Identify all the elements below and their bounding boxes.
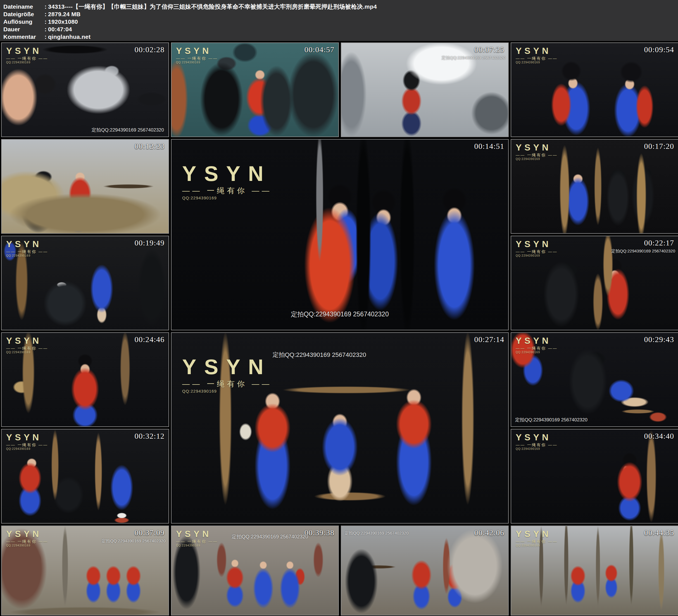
ysyn-logo-text: YSYN xyxy=(516,240,558,248)
ysyn-logo-watermark: YSYN —— 一绳有你 —— QQ:2294390169 xyxy=(6,46,48,64)
video-thumbnail[interactable]: YSYN —— 一绳有你 —— QQ:2294390169 00:39:38 定… xyxy=(171,526,339,615)
ysyn-logo-text: YSYN xyxy=(516,46,558,55)
ysyn-logo-text: YSYN xyxy=(176,46,218,55)
ysyn-logo-subtext: —— 一绳有你 —— xyxy=(6,56,48,60)
ysyn-logo-qq: QQ:2294390169 xyxy=(516,255,558,257)
ysyn-logo-text: YSYN xyxy=(6,433,48,442)
video-thumbnail[interactable]: YSYN —— 一绳有你 —— QQ:2294390169 00:32:12 xyxy=(1,429,169,524)
video-thumbnail[interactable]: 00:12:23 xyxy=(1,139,169,234)
video-thumbnail[interactable]: YSYN —— 一绳有你 —— QQ:2294390169 00:19:49 xyxy=(1,236,169,330)
metadata-value-filename: 34313----【一绳有你】【巾帼三姐妹】为了信仰三姐妹不惧危险投身革命不幸被… xyxy=(48,3,377,10)
metadata-label: Dateiname xyxy=(3,3,43,10)
ysyn-logo-text: YSYN xyxy=(6,46,48,55)
ysyn-logo-qq: QQ:2294390169 xyxy=(516,351,558,354)
ysyn-logo-subtext: —— 一绳有你 —— xyxy=(182,187,272,195)
ysyn-logo-subtext: —— 一绳有你 —— xyxy=(182,380,272,388)
ysyn-logo-watermark: YSYN —— 一绳有你 —— QQ:2294390169 xyxy=(176,530,218,547)
ysyn-logo-subtext: —— 一绳有你 —— xyxy=(176,56,218,60)
qq-watermark: 定拍QQ:2294390169 2567402320 xyxy=(441,55,505,61)
timestamp-overlay: 00:12:23 xyxy=(135,142,164,151)
metadata-separator: : xyxy=(43,26,48,33)
metadata-separator: : xyxy=(43,18,48,26)
metadata-label: Auflösung xyxy=(3,18,43,26)
thumbnail-grid: YSYN —— 一绳有你 —— QQ:2294390169 00:02:28 定… xyxy=(1,42,678,615)
video-thumbnail[interactable]: 00:07:25 定拍QQ:2294390169 2567402320 xyxy=(341,42,509,137)
ysyn-logo-watermark: YSYN —— 一绳有你 —— QQ:2294390169 xyxy=(516,240,558,257)
ysyn-logo-watermark: YSYN —— 一绳有你 —— QQ:2294390169 xyxy=(182,356,272,393)
timestamp-overlay: 00:09:54 xyxy=(644,45,674,54)
qq-watermark: 定拍QQ:2294390169 2567402320 xyxy=(91,127,164,133)
ysyn-logo-text: YSYN xyxy=(176,530,218,538)
ysyn-logo-watermark: YSYN —— 一绳有你 —— QQ:2294390169 xyxy=(6,433,48,451)
ysyn-logo-watermark: YSYN —— 一绳有你 —— QQ:2294390169 xyxy=(6,240,48,257)
timestamp-overlay: 00:17:20 xyxy=(644,142,674,151)
ysyn-logo-watermark: YSYN —— 一绳有你 —— QQ:2294390169 xyxy=(176,46,218,64)
ysyn-logo-text: YSYN xyxy=(516,530,558,538)
ysyn-logo-qq: QQ:2294390169 xyxy=(516,448,558,451)
timestamp-overlay: 00:22:17 xyxy=(644,238,674,247)
video-thumbnail[interactable]: YSYN —— 一绳有你 —— QQ:2294390169 00:44:35 xyxy=(511,526,678,615)
metadata-label: Dateigröße xyxy=(3,10,43,18)
ysyn-logo-text: YSYN xyxy=(516,143,558,152)
metadata-separator: : xyxy=(43,10,48,18)
metadata-separator: : xyxy=(43,3,48,10)
timestamp-overlay: 00:07:25 xyxy=(474,45,504,54)
video-thumbnail[interactable]: YSYN —— 一绳有你 —— QQ:2294390169 00:27:14 定… xyxy=(171,332,509,524)
metadata-row-duration: Dauer:00:47:04 xyxy=(3,26,678,33)
qq-watermark: 定拍QQ:2294390169 2567402320 xyxy=(102,538,166,544)
video-thumbnail[interactable]: 00:42:06 定拍QQ:2294390169 2567402320 xyxy=(341,526,509,615)
ysyn-logo-qq: QQ:2294390169 xyxy=(516,544,558,547)
ysyn-logo-qq: QQ:2294390169 xyxy=(6,351,48,354)
video-thumbnail[interactable]: YSYN —— 一绳有你 —— QQ:2294390169 00:09:54 xyxy=(511,42,678,137)
ysyn-logo-text: YSYN xyxy=(516,433,558,442)
ysyn-logo-watermark: YSYN —— 一绳有你 —— QQ:2294390169 xyxy=(516,46,558,64)
video-thumbnail[interactable]: YSYN —— 一绳有你 —— QQ:2294390169 00:04:57 xyxy=(171,42,339,137)
video-thumbnail[interactable]: YSYN —— 一绳有你 —— QQ:2294390169 00:17:20 xyxy=(511,139,678,234)
timestamp-overlay: 00:29:43 xyxy=(644,335,674,344)
video-thumbnail[interactable]: YSYN —— 一绳有你 —— QQ:2294390169 00:02:28 定… xyxy=(1,42,169,137)
metadata-row-comment: Kommentar:qinglanhua.net xyxy=(3,33,678,40)
metadata-row-filename: Dateiname:34313----【一绳有你】【巾帼三姐妹】为了信仰三姐妹不… xyxy=(3,3,678,10)
ysyn-logo-text: YSYN xyxy=(6,336,48,345)
qq-watermark: 定拍QQ:2294390169 2567402320 xyxy=(515,417,588,423)
ysyn-logo-qq: QQ:2294390169 xyxy=(6,61,48,64)
qq-watermark: 定拍QQ:2294390169 2567402320 xyxy=(291,310,388,319)
video-thumbnail[interactable]: YSYN —— 一绳有你 —— QQ:2294390169 00:37:09 定… xyxy=(1,526,169,615)
metadata-value-duration: 00:47:04 xyxy=(48,26,72,32)
ysyn-logo-subtext: —— 一绳有你 —— xyxy=(516,346,558,350)
video-thumbnail[interactable]: YSYN —— 一绳有你 —— QQ:2294390169 00:22:17 定… xyxy=(511,236,678,330)
ysyn-logo-subtext: —— 一绳有你 —— xyxy=(176,539,218,543)
video-thumbnail[interactable]: YSYN —— 一绳有你 —— QQ:2294390169 00:14:51 定… xyxy=(171,139,509,330)
metadata-value-comment: qinglanhua.net xyxy=(48,34,90,40)
ysyn-logo-watermark: YSYN —— 一绳有你 —— QQ:2294390169 xyxy=(516,336,558,354)
timestamp-overlay: 00:14:51 xyxy=(474,142,504,151)
ysyn-logo-subtext: —— 一绳有你 —— xyxy=(6,539,48,543)
thumbnail-image xyxy=(2,140,168,233)
ysyn-logo-text: YSYN xyxy=(6,240,48,248)
thumbnail-image xyxy=(341,526,508,615)
ysyn-logo-text: YSYN xyxy=(6,530,48,538)
timestamp-overlay: 00:02:28 xyxy=(135,45,164,54)
video-thumbnail[interactable]: YSYN —— 一绳有你 —— QQ:2294390169 00:29:43 定… xyxy=(511,332,678,427)
ysyn-logo-text: YSYN xyxy=(516,336,558,345)
metadata-value-resolution: 1920x1080 xyxy=(48,18,78,25)
ysyn-logo-subtext: —— 一绳有你 —— xyxy=(516,443,558,447)
timestamp-overlay: 00:37:09 xyxy=(135,528,164,537)
metadata-value-filesize: 2879.24 MB xyxy=(48,11,80,17)
ysyn-logo-qq: QQ:2294390169 xyxy=(176,544,218,547)
ysyn-logo-subtext: —— 一绳有你 —— xyxy=(516,249,558,254)
ysyn-logo-subtext: —— 一绳有你 —— xyxy=(516,153,558,157)
ysyn-logo-watermark: YSYN —— 一绳有你 —— QQ:2294390169 xyxy=(6,530,48,547)
video-thumbnail[interactable]: YSYN —— 一绳有你 —— QQ:2294390169 00:24:46 xyxy=(1,332,169,427)
ysyn-logo-watermark: YSYN —— 一绳有你 —— QQ:2294390169 xyxy=(516,143,558,161)
ysyn-logo-qq: QQ:2294390169 xyxy=(182,389,272,393)
ysyn-logo-subtext: —— 一绳有你 —— xyxy=(516,56,558,60)
ysyn-logo-qq: QQ:2294390169 xyxy=(6,255,48,257)
ysyn-logo-subtext: —— 一绳有你 —— xyxy=(6,443,48,447)
qq-watermark: 定拍QQ:2294390169 2567402320 xyxy=(611,248,675,254)
timestamp-overlay: 00:44:35 xyxy=(644,528,674,537)
ysyn-logo-qq: QQ:2294390169 xyxy=(176,61,218,64)
contact-sheet-page: { "header": { "rows": [ {"label": "Datei… xyxy=(0,0,678,616)
video-thumbnail[interactable]: YSYN —— 一绳有你 —— QQ:2294390169 00:34:40 xyxy=(511,429,678,524)
timestamp-overlay: 00:19:49 xyxy=(135,238,164,247)
